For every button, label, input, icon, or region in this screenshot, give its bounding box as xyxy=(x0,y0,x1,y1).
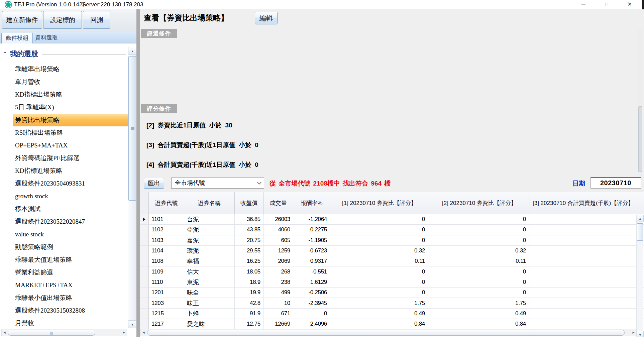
table-cell[interactable]: 29.55 xyxy=(235,246,263,256)
scroll-right-icon[interactable]: ▶ xyxy=(631,329,636,336)
table-cell[interactable]: 亞泥 xyxy=(184,225,235,235)
condition-row[interactable]: [3] 合計買賣超(千股)近1日原值 小於 0 xyxy=(142,138,178,152)
table-row[interactable]: 1203味王42.810-2.39451.751.75 xyxy=(140,298,644,308)
table-cell[interactable]: 1102 xyxy=(149,225,184,235)
sidebar-item[interactable]: 選股條件20230504093831 xyxy=(13,177,128,190)
table-cell[interactable] xyxy=(530,214,644,225)
tree-root-row[interactable]: ⌃ 我的選股 xyxy=(0,48,128,60)
sidebar-hscroll-thumb[interactable] xyxy=(8,330,95,336)
table-cell[interactable]: 幸福 xyxy=(184,256,235,266)
backtest-button[interactable]: 回測 xyxy=(83,11,110,29)
scroll-down-icon[interactable]: ▼ xyxy=(637,331,644,337)
new-condition-button[interactable]: 建立新條件 xyxy=(2,11,42,29)
sidebar-item[interactable]: 乖離最大值進場策略 xyxy=(13,253,128,266)
table-cell[interactable]: 2069 xyxy=(263,256,293,266)
conditions-vertical-scrollbar[interactable] xyxy=(638,29,642,191)
table-row[interactable]: 1215卜蜂91.967100.490.49 xyxy=(140,309,644,319)
row-header-cell[interactable] xyxy=(140,256,149,266)
condition-row[interactable]: [4] 合計買賣超(千股)近1日原值 小於 0 xyxy=(142,157,193,172)
table-cell[interactable]: 東泥 xyxy=(184,277,235,288)
tab-condition-module[interactable]: 條件模組 xyxy=(1,33,33,43)
table-cell[interactable]: 0 xyxy=(330,225,429,235)
table-row[interactable]: 1102亞泥43.854060-0.227500 xyxy=(140,225,644,235)
row-header-cell[interactable] xyxy=(140,214,149,225)
scroll-down-icon[interactable]: ▼ xyxy=(128,320,137,328)
export-button[interactable]: 匯出 xyxy=(144,178,164,189)
set-target-button[interactable]: 設定標的 xyxy=(43,11,82,29)
table-cell[interactable]: 20.75 xyxy=(235,235,263,246)
table-cell[interactable]: 12669 xyxy=(263,319,293,329)
table-cell[interactable]: 1109 xyxy=(149,266,184,277)
sidebar-item[interactable]: 營業利益篩選 xyxy=(13,266,128,279)
sidebar-item[interactable]: RSI指標出場策略 xyxy=(13,126,128,139)
sidebar-item[interactable]: 動態策略範例 xyxy=(13,241,128,253)
sidebar-item[interactable]: 外資籌碼追蹤PE比篩選 xyxy=(13,152,128,164)
table-cell[interactable]: -0.2506 xyxy=(293,288,330,298)
sidebar-item[interactable]: 券資比出場策略 xyxy=(13,114,128,126)
table-cell[interactable] xyxy=(530,298,644,308)
table-cell[interactable]: 0 xyxy=(330,214,429,225)
row-header-corner[interactable] xyxy=(140,192,149,214)
date-field[interactable]: 20230710 xyxy=(591,177,641,189)
table-cell[interactable]: 1.75 xyxy=(330,298,429,308)
table-cell[interactable]: 信大 xyxy=(184,266,235,277)
table-cell[interactable]: 42.8 xyxy=(235,298,263,308)
table-cell[interactable] xyxy=(530,277,644,288)
table-hscroll-thumb[interactable] xyxy=(147,330,625,336)
table-cell[interactable]: 12.75 xyxy=(235,319,263,329)
table-cell[interactable]: 0 xyxy=(330,288,429,298)
column-header[interactable]: 證券名稱 xyxy=(184,192,235,214)
universe-select[interactable]: 全市場代號 xyxy=(171,178,264,189)
table-cell[interactable]: 18.9 xyxy=(235,277,263,288)
column-header[interactable]: [2] 20230710 券資比【評分】 xyxy=(429,192,530,214)
table-cell[interactable]: 605 xyxy=(263,235,293,246)
table-cell[interactable]: -1.2064 xyxy=(293,214,330,225)
scroll-right-icon[interactable]: ▶ xyxy=(121,329,127,336)
scroll-up-icon[interactable]: ▲ xyxy=(128,47,137,55)
table-cell[interactable]: 嘉泥 xyxy=(184,235,235,246)
conditions-vscroll-thumb[interactable] xyxy=(638,106,642,172)
table-cell[interactable]: 4060 xyxy=(263,225,293,235)
table-cell[interactable]: 0.11 xyxy=(330,256,429,266)
table-cell[interactable]: 1108 xyxy=(149,256,184,266)
table-cell[interactable]: 0.49 xyxy=(429,309,530,319)
sidebar-item[interactable]: value stock xyxy=(13,228,128,241)
sidebar-item[interactable]: 月營收 xyxy=(13,317,128,328)
table-cell[interactable]: 26003 xyxy=(263,214,293,225)
table-cell[interactable]: 0.84 xyxy=(429,319,530,329)
table-cell[interactable]: 19.9 xyxy=(235,288,263,298)
table-cell[interactable]: 499 xyxy=(263,288,293,298)
table-cell[interactable]: 味全 xyxy=(184,288,235,298)
table-cell[interactable]: 1.75 xyxy=(429,298,530,308)
table-cell[interactable] xyxy=(530,256,644,266)
table-cell[interactable]: 91.9 xyxy=(235,309,263,319)
table-cell[interactable]: 0 xyxy=(429,214,530,225)
table-cell[interactable]: -0.551 xyxy=(293,266,330,277)
table-cell[interactable]: -0.2275 xyxy=(293,225,330,235)
column-header[interactable]: 證券代號 xyxy=(149,192,184,214)
table-cell[interactable]: 1215 xyxy=(149,309,184,319)
table-cell[interactable]: 環泥 xyxy=(184,246,235,256)
table-cell[interactable]: 0.11 xyxy=(429,256,530,266)
table-cell[interactable]: 卜蜂 xyxy=(184,309,235,319)
column-header[interactable]: [3] 20230710 合計買賣超(千股)【評分】 xyxy=(530,192,644,214)
sidebar-item[interactable]: 選股條件20230522020847 xyxy=(13,215,128,228)
table-cell[interactable]: 0 xyxy=(330,277,429,288)
table-row[interactable]: 1104環泥29.551259-0.67230.320.32 xyxy=(140,246,644,256)
row-header-cell[interactable] xyxy=(140,298,149,308)
table-cell[interactable]: 36.85 xyxy=(235,214,263,225)
row-header-cell[interactable] xyxy=(140,319,149,329)
table-row[interactable]: 1201味全19.9499-0.250600 xyxy=(140,288,644,298)
close-button[interactable]: ✕ xyxy=(622,0,637,9)
table-cell[interactable]: 0 xyxy=(429,277,530,288)
table-cell[interactable]: -0.6723 xyxy=(293,246,330,256)
table-cell[interactable]: 台泥 xyxy=(184,214,235,225)
table-cell[interactable] xyxy=(530,235,644,246)
table-cell[interactable]: 0.84 xyxy=(330,319,429,329)
table-cell[interactable]: 0 xyxy=(330,266,429,277)
sidebar-item[interactable]: OP+EPS+MA+TAX xyxy=(13,139,128,152)
table-cell[interactable] xyxy=(530,309,644,319)
edit-button[interactable]: 編輯 xyxy=(255,12,278,24)
scroll-up-icon[interactable]: ▲ xyxy=(637,215,644,222)
table-cell[interactable]: 1203 xyxy=(149,298,184,308)
